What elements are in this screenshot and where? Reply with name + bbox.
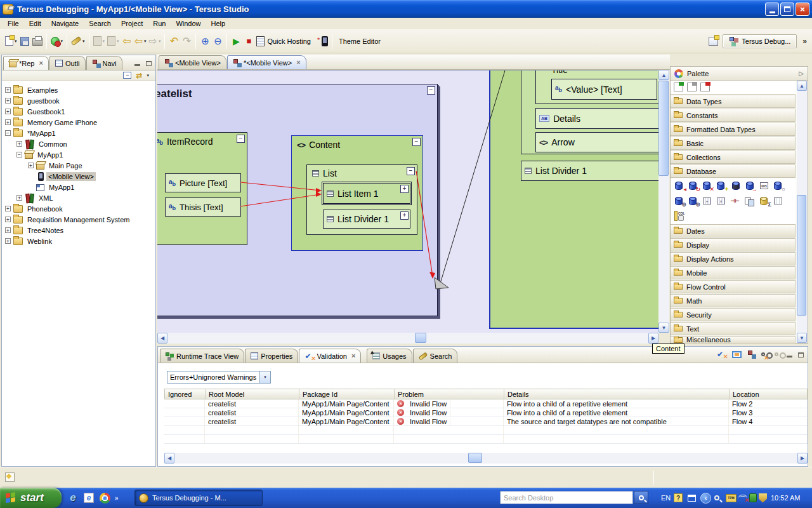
expander-icon[interactable] [5, 109, 11, 114]
minimize-view-button[interactable] [133, 58, 141, 66]
scroll-left-icon[interactable]: ◀ [157, 333, 167, 344]
col-root-model[interactable]: Root Model [206, 389, 299, 399]
scroll-up-icon[interactable]: ▲ [658, 70, 669, 80]
palette-category-flow-control[interactable]: Flow Control [671, 280, 796, 293]
db-disconnect-tool-icon[interactable]: ⊣⊢ [730, 196, 741, 206]
diagram-title-group-box[interactable]: Title ab<Value> [Text] ABDetails <>Arrow [521, 70, 658, 154]
validate-action-icon[interactable]: ✔✕ [717, 351, 726, 358]
expander-icon[interactable] [5, 87, 11, 93]
show-model-action-icon[interactable] [747, 351, 756, 358]
validation-row[interactable]: createlist MyApp1/Main Page/Content ×Inv… [164, 408, 808, 417]
gray-flag-tool-icon[interactable] [687, 83, 697, 91]
green-utility-tray-icon[interactable] [749, 488, 757, 508]
collapse-list-button[interactable] [407, 167, 415, 175]
scroll-up-icon[interactable]: ▲ [797, 81, 807, 91]
menu-edit[interactable]: Edit [24, 18, 46, 29]
tab-usages[interactable]: Usages [367, 349, 412, 363]
stop-button[interactable]: ■ [242, 33, 255, 50]
maximize-view-button[interactable] [144, 58, 153, 66]
diagram-content-box[interactable]: <>Content List List Item 1 List Divider … [291, 135, 423, 251]
tab-outline[interactable]: Outli [49, 56, 86, 70]
db-grid-tool-icon[interactable] [773, 196, 784, 206]
minimize-button[interactable] [765, 3, 779, 16]
search-toolbar-button[interactable]: ▾ [70, 33, 86, 50]
validation-row[interactable]: createlist MyApp1/Main Page/Content ×Inv… [164, 399, 808, 408]
quick-launch-overflow-chevron[interactable]: » [115, 495, 119, 502]
db-find-all-tool-icon[interactable]: ⊕ [688, 196, 699, 206]
db-import-tool-icon[interactable]: → [745, 180, 756, 191]
palette-category-text[interactable]: Text [671, 322, 796, 335]
palette-category-collections[interactable]: Collections [671, 150, 796, 164]
scroll-right-icon[interactable]: ▶ [797, 453, 808, 464]
tree-item-guestbook[interactable]: guestbook [3, 95, 155, 106]
search-desktop-box[interactable] [500, 491, 633, 504]
tree-item-myapp1-package[interactable]: MyApp1 [3, 149, 155, 160]
bottom-hscrollbar[interactable]: ◀ ▶ [164, 453, 808, 464]
palette-category-display[interactable]: Display [671, 238, 796, 251]
collapse-all-icon[interactable]: − [123, 72, 131, 79]
expander-icon[interactable] [5, 130, 11, 136]
scroll-left-icon[interactable]: ◀ [164, 453, 174, 464]
col-package-id[interactable]: Package Id [299, 389, 395, 399]
open-perspective-button[interactable] [707, 33, 719, 50]
palette-category-basic[interactable]: Basic [671, 137, 796, 150]
editor-hscrollbar[interactable]: ◀ ▶ [157, 333, 658, 344]
scroll-down-icon[interactable]: ▼ [797, 333, 807, 343]
palette-category-display-actions[interactable]: Display Actions [671, 252, 796, 265]
run-button[interactable]: ▶ [230, 33, 242, 50]
chrome-icon[interactable] [99, 492, 110, 504]
collapse-content-button[interactable] [412, 138, 421, 146]
zoom-in-button[interactable]: ⊕ [199, 33, 211, 50]
arrow-box[interactable]: <>Arrow [535, 132, 658, 152]
tree-item-xml[interactable]: XML [3, 192, 155, 203]
palette-category-database[interactable]: Database [671, 164, 796, 178]
close-validation-tab-icon[interactable]: × [351, 352, 355, 359]
db-sql-tool-icon[interactable]: Σ [759, 196, 770, 206]
db-window-pair-tool-icon[interactable] [744, 196, 755, 206]
zoom-out-button[interactable]: ⊖ [211, 33, 224, 50]
col-location[interactable]: Location [730, 389, 808, 399]
next-edit-location-button[interactable]: ↷ [180, 33, 193, 50]
expander-icon[interactable] [5, 206, 11, 211]
view-menu-icon[interactable]: ▾ [147, 73, 149, 78]
palette-category-constants[interactable]: Constants [671, 109, 796, 122]
col-ignored[interactable]: Ignored [165, 389, 206, 399]
search-desktop-button[interactable] [634, 491, 648, 504]
security-shield-tray-icon[interactable] [759, 488, 767, 508]
close-editor-tab-icon[interactable]: × [296, 59, 300, 66]
scroll-right-icon[interactable]: ▶ [648, 333, 658, 344]
search-desktop-input[interactable] [501, 494, 632, 502]
expander-icon[interactable] [16, 195, 22, 201]
expand-list-divider-button[interactable] [400, 211, 409, 220]
tab-mobile-view-saved[interactable]: <Mobile View> [159, 55, 226, 69]
hide-icons-chevron[interactable]: ‹ [700, 488, 711, 508]
tab-validation[interactable]: ✔✕Validation× [299, 349, 361, 363]
red-flag-tool-icon[interactable] [700, 83, 710, 91]
tree-item-guestbook1[interactable]: Guestbook1 [3, 106, 155, 117]
tree-item-mobile-view[interactable]: <Mobile View> [3, 171, 155, 182]
menu-navigate[interactable]: Navigate [46, 18, 84, 29]
diagram-itemrecord-box[interactable]: abItemRecord abPicture [Text] abThisis [… [157, 132, 247, 245]
menu-window[interactable]: Window [171, 18, 206, 29]
palette-header[interactable]: Palette ▷ [671, 67, 808, 81]
menu-help[interactable]: Help [206, 18, 231, 29]
expander-icon[interactable] [5, 238, 11, 244]
disabled-tool-button-2[interactable]: ▾ [106, 33, 121, 50]
perspective-overflow-chevron[interactable]: » [802, 37, 807, 46]
palette-category-security[interactable]: Security [671, 308, 796, 321]
language-indicator[interactable]: EN [661, 488, 671, 508]
tree-item-memory-game-iphone[interactable]: Memory Game iPhone [3, 117, 155, 128]
collapse-itemrecord-button[interactable] [237, 135, 245, 143]
db-calendar-add-tool-icon[interactable]: + [702, 196, 713, 206]
palette-category-miscellaneous[interactable]: Miscellaneous [671, 336, 796, 344]
ignore-warning-icon[interactable]: ✕ [761, 352, 765, 356]
maximize-view-button[interactable] [796, 350, 805, 358]
db-counter-tool-icon[interactable]: 005 [759, 180, 770, 191]
palette-category-data-types[interactable]: Data Types [671, 95, 796, 108]
tab-properties[interactable]: Properties [245, 349, 298, 363]
tree-item-myapp1-applet[interactable]: MyApp1 [3, 182, 155, 192]
theme-editor-button[interactable]: Theme Editor [335, 33, 386, 50]
clock[interactable]: 10:52 AM [771, 488, 800, 508]
details-box[interactable]: ABDetails [535, 108, 658, 129]
last-edit-location-button[interactable]: ↶ [167, 33, 180, 50]
